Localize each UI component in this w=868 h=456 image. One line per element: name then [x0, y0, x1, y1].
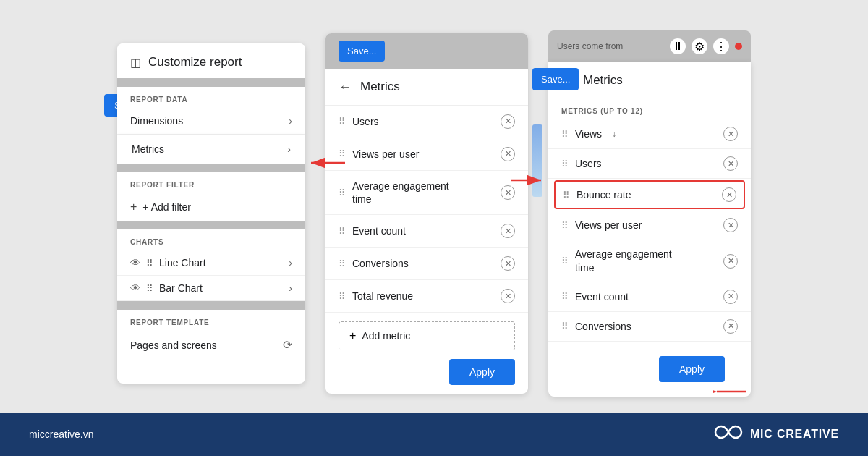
metrics-detail-panel: ← Metrics METRICS (UP TO 12) ⠿ Views ↓ ✕…: [548, 62, 751, 396]
report-template-label: REPORT TEMPLATE: [117, 310, 305, 331]
metric-name-3-users: Users: [575, 158, 602, 169]
template-value: Pages and screens: [130, 339, 217, 351]
add-filter-label: + Add filter: [142, 201, 191, 213]
add-filter-row[interactable]: + + Add filter: [117, 193, 305, 221]
metric-item-event-count: ⠿ Event count ✕: [326, 215, 528, 248]
report-data-label: REPORT DATA: [117, 87, 305, 108]
metrics-label: Metrics: [132, 143, 164, 155]
plus-icon: +: [130, 200, 137, 214]
report-filter-label: REPORT FILTER: [117, 172, 305, 193]
metric-item-3-conversions: ⠿ Conversions ✕: [548, 312, 751, 342]
eye-icon-line: 👁: [130, 257, 140, 269]
metrics-arrow: [305, 152, 349, 174]
back-arrow-2[interactable]: ←: [339, 80, 352, 95]
metric-name-total-revenue: Total revenue: [352, 290, 413, 302]
drag-icon: ⠿: [339, 226, 345, 237]
dimensions-chevron: ›: [289, 115, 292, 127]
save-button-3[interactable]: Save...: [532, 68, 579, 90]
remove-avg-eng-3-btn[interactable]: ✕: [723, 254, 738, 269]
drag-icon: ⠿: [561, 159, 568, 169]
customize-report-panel: ◫ Customize report REPORT DATA Dimension…: [117, 43, 305, 384]
dimensions-row[interactable]: Dimensions ›: [117, 108, 305, 135]
template-icon: ⟳: [283, 338, 292, 352]
remove-users-btn[interactable]: ✕: [501, 114, 515, 129]
metric-name-3-bounce-rate: Bounce rate: [576, 189, 631, 200]
footer: miccreative.vn MIC CREATIVE: [0, 413, 868, 456]
remove-conversions-btn[interactable]: ✕: [501, 256, 515, 271]
line-chart-row[interactable]: 👁 ⠿ Line Chart ›: [117, 250, 305, 276]
metric-name-views-per-user: Views per user: [352, 148, 419, 160]
metric-item-3-bounce-rate-highlighted: ⠿ Bounce rate ✕: [554, 180, 745, 209]
eye-icon-bar: 👁: [130, 282, 140, 294]
metric-name-3-event-count: Event count: [575, 291, 629, 303]
metric-name-avg-engagement-2: time: [352, 193, 449, 206]
remove-total-revenue-btn[interactable]: ✕: [501, 289, 515, 303]
drag-icon: ⠿: [339, 187, 345, 198]
metrics-title-2: Metrics: [360, 80, 400, 94]
remove-views-per-user-3-btn[interactable]: ✕: [723, 218, 738, 232]
drag-icon: ⠿: [561, 220, 568, 231]
customize-icon: ◫: [130, 56, 141, 69]
metric-name-avg-engagement: Average engagement: [352, 180, 449, 193]
drag-icon: ⠿: [563, 190, 569, 200]
metric-item-avg-engagement: ⠿ Average engagement time ✕: [326, 171, 528, 215]
panel1-header: ◫ Customize report: [117, 43, 305, 78]
grid-icon-line: ⠿: [146, 258, 153, 269]
footer-brand: MIC CREATIVE: [714, 423, 839, 445]
metric-name-event-count: Event count: [352, 225, 406, 237]
panel1-title: Customize report: [148, 55, 242, 69]
add-metric-plus: +: [349, 329, 356, 342]
metric-item-views-per-user: ⠿ Views per user ✕: [326, 138, 528, 171]
save-button-2[interactable]: Save...: [339, 41, 385, 62]
metric-item-conversions: ⠿ Conversions ✕: [326, 248, 528, 280]
pause-icon[interactable]: ⏸: [670, 38, 686, 54]
metric-name-3-avg-eng-2: time: [575, 261, 672, 274]
template-row[interactable]: Pages and screens ⟳: [117, 331, 305, 359]
drag-icon: ⠿: [339, 116, 345, 127]
bounce-rate-arrow: [509, 172, 545, 189]
remove-views-per-user-btn[interactable]: ✕: [501, 147, 515, 161]
sort-arrow: ↓: [612, 129, 616, 139]
dimensions-label: Dimensions: [130, 115, 183, 127]
metric-item-3-views-per-user: ⠿ Views per user ✕: [548, 211, 751, 240]
red-dot: [735, 43, 742, 50]
remove-users-3-btn[interactable]: ✕: [723, 156, 738, 171]
remove-event-count-3-btn[interactable]: ✕: [723, 290, 738, 304]
line-chart-label: Line Chart: [159, 257, 206, 269]
drag-icon: ⠿: [339, 291, 345, 302]
more-icon[interactable]: ⋮: [713, 38, 729, 54]
settings-icon[interactable]: ⚙: [692, 38, 707, 54]
remove-bounce-rate-btn[interactable]: ✕: [722, 187, 736, 202]
drag-icon: ⠿: [561, 321, 568, 332]
remove-conversions-3-btn[interactable]: ✕: [723, 319, 738, 334]
top-bar-text: Users come from: [557, 41, 623, 51]
bar-chart-chevron: ›: [289, 282, 292, 294]
apply-button-2[interactable]: Apply: [449, 359, 515, 385]
remove-event-count-btn[interactable]: ✕: [501, 224, 515, 238]
metrics-list-panel: Save... ← Metrics ⠿ Users ✕ ⠿ Views per …: [326, 33, 528, 394]
metric-item-3-users: ⠿ Users ✕: [548, 149, 751, 179]
footer-brand-name: MIC CREATIVE: [750, 428, 839, 441]
metric-name-conversions: Conversions: [352, 258, 409, 269]
apply-arrow: [713, 381, 749, 397]
metric-name-users: Users: [352, 116, 379, 127]
drag-icon: ⠿: [561, 256, 568, 266]
remove-views-btn[interactable]: ✕: [723, 127, 738, 141]
line-chart-chevron: ›: [289, 257, 292, 269]
brand-logo-icon: [714, 423, 743, 445]
metric-name-3-views-per-user: Views per user: [575, 219, 642, 231]
metrics-title-3: Metrics: [583, 73, 623, 88]
apply-button-3[interactable]: Apply: [659, 356, 725, 382]
metrics-header-2: ← Metrics: [326, 69, 528, 106]
metrics-chevron: ›: [287, 143, 291, 155]
footer-url: miccreative.vn: [29, 428, 93, 440]
metric-item-3-event-count: ⠿ Event count ✕: [548, 282, 751, 312]
bar-chart-row[interactable]: 👁 ⠿ Bar Chart ›: [117, 276, 305, 301]
metrics-row[interactable]: Metrics ›: [117, 135, 305, 164]
metric-item-3-views: ⠿ Views ↓ ✕: [548, 119, 751, 149]
grid-icon-bar: ⠿: [146, 283, 153, 294]
drag-icon: ⠿: [561, 291, 568, 302]
metric-name-3-views: Views: [575, 128, 602, 140]
add-metric-row[interactable]: + Add metric: [339, 321, 515, 350]
drag-icon: ⠿: [339, 258, 345, 269]
